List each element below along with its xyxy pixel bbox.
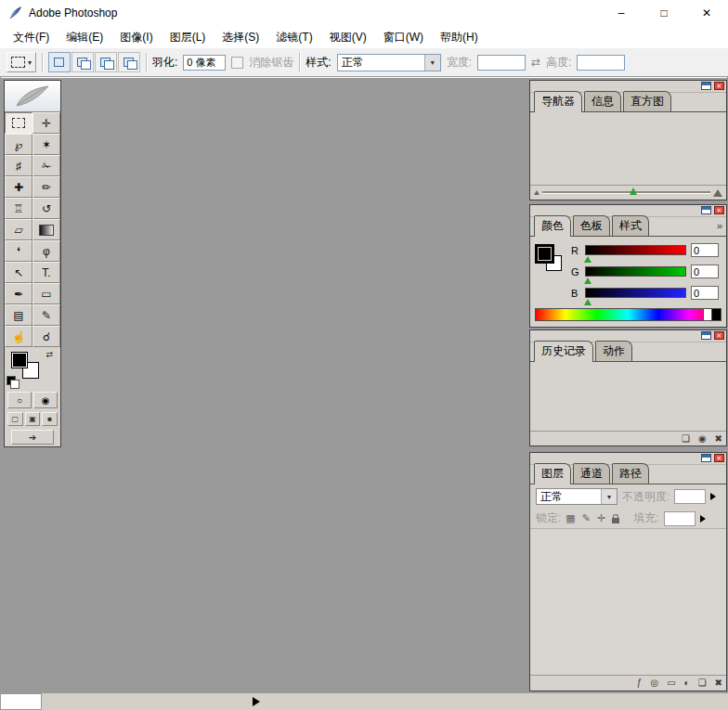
tool-notes[interactable]: ▤: [5, 304, 32, 326]
opacity-popup-icon[interactable]: [710, 493, 716, 500]
tool-healing-brush[interactable]: ✚: [5, 176, 32, 198]
green-slider-thumb[interactable]: [584, 278, 592, 284]
swap-colors-icon[interactable]: ⇄: [46, 350, 53, 359]
tool-path-selection[interactable]: ↖: [5, 262, 32, 283]
statusbar-arrow-icon[interactable]: [253, 697, 260, 706]
new-selection-button[interactable]: [48, 52, 71, 72]
zoom-in-icon[interactable]: [713, 189, 722, 197]
close-button[interactable]: ✕: [685, 0, 728, 26]
swap-dimensions-icon[interactable]: ⇄: [531, 56, 540, 69]
standard-screen-button[interactable]: ▢: [7, 412, 23, 426]
opacity-field[interactable]: [674, 489, 706, 504]
layer-style-icon[interactable]: ƒ: [637, 678, 643, 688]
new-document-from-state-icon[interactable]: ❏: [682, 434, 690, 444]
red-value-input[interactable]: [691, 243, 719, 257]
foreground-color-swatch[interactable]: [537, 246, 552, 262]
blue-value-input[interactable]: [691, 286, 719, 300]
green-slider[interactable]: [585, 266, 686, 277]
fill-field[interactable]: [664, 511, 696, 526]
red-slider[interactable]: [585, 245, 686, 255]
tab-styles[interactable]: 样式: [612, 215, 649, 236]
tool-magic-wand[interactable]: ✶: [32, 134, 60, 155]
trash-icon[interactable]: ✖: [715, 678, 722, 688]
new-layer-icon[interactable]: ❏: [698, 678, 707, 688]
fullscreen-button[interactable]: ■: [42, 412, 58, 426]
panel-close-icon[interactable]: ✕: [714, 206, 724, 214]
zoom-slider-thumb[interactable]: [630, 187, 637, 195]
tool-hand[interactable]: ☝: [5, 326, 32, 347]
subtract-selection-button[interactable]: [95, 52, 117, 72]
tool-blur[interactable]: ❛: [5, 240, 32, 262]
intersect-selection-button[interactable]: [118, 52, 140, 72]
standard-mode-button[interactable]: ○: [7, 392, 32, 408]
antialias-checkbox[interactable]: [231, 57, 243, 69]
height-input[interactable]: [577, 55, 625, 71]
jump-to-imageready-button[interactable]: ➔: [11, 430, 54, 445]
tool-slice[interactable]: ✁: [32, 155, 60, 176]
quick-mask-mode-button[interactable]: ◉: [33, 392, 58, 408]
lock-transparency-icon[interactable]: ▦: [566, 512, 575, 524]
tab-swatches[interactable]: 色板: [573, 215, 610, 236]
menu-image[interactable]: 图像(I): [111, 26, 161, 48]
new-group-icon[interactable]: ▭: [667, 678, 675, 688]
trash-icon[interactable]: ✖: [715, 434, 722, 444]
statusbar-zoom-field[interactable]: [0, 693, 42, 710]
minimize-button[interactable]: –: [600, 0, 643, 26]
layer-mask-icon[interactable]: ◎: [650, 678, 658, 688]
tool-lasso[interactable]: ℘: [5, 134, 32, 155]
lock-pixels-icon[interactable]: ✎: [582, 512, 591, 524]
menu-help[interactable]: 帮助(H): [432, 26, 487, 48]
lock-all-icon[interactable]: [612, 518, 619, 523]
menu-select[interactable]: 选择(S): [214, 26, 267, 48]
tab-navigator[interactable]: 导航器: [534, 91, 582, 112]
tool-pen[interactable]: ✒: [5, 283, 32, 304]
style-dropdown[interactable]: 正常 ▾: [337, 54, 441, 71]
tab-history[interactable]: 历史记录: [534, 341, 593, 362]
tool-gradient[interactable]: [32, 219, 60, 240]
blue-slider-thumb[interactable]: [584, 299, 592, 305]
panel-minimize-icon[interactable]: [701, 454, 711, 462]
panel-minimize-icon[interactable]: [701, 331, 711, 340]
tab-channels[interactable]: 通道: [573, 463, 610, 484]
add-selection-button[interactable]: [72, 52, 94, 72]
menu-file[interactable]: 文件(F): [5, 26, 58, 48]
color-spectrum-bar[interactable]: [535, 308, 722, 321]
tab-info[interactable]: 信息: [584, 91, 621, 111]
tool-eyedropper[interactable]: ✎: [32, 304, 60, 326]
zoom-slider[interactable]: [542, 191, 710, 194]
tool-eraser[interactable]: ▱: [5, 219, 32, 240]
tool-move[interactable]: ✛: [32, 112, 60, 134]
tab-color[interactable]: 颜色: [534, 215, 571, 237]
tool-type[interactable]: T.: [32, 262, 60, 283]
tool-dodge[interactable]: φ: [32, 240, 60, 262]
panel-minimize-icon[interactable]: [701, 206, 711, 214]
black-swatch[interactable]: [711, 309, 721, 320]
feather-input[interactable]: [183, 55, 226, 71]
menu-layer[interactable]: 图层(L): [162, 26, 214, 48]
menu-view[interactable]: 视图(V): [321, 26, 375, 48]
panel-close-icon[interactable]: ✕: [714, 331, 724, 340]
tab-histogram[interactable]: 直方图: [623, 91, 671, 111]
lock-position-icon[interactable]: ✛: [597, 512, 605, 524]
fill-popup-icon[interactable]: [700, 515, 706, 523]
tool-clone-stamp[interactable]: ♖: [5, 198, 32, 219]
tool-history-brush[interactable]: ↺: [32, 198, 60, 219]
tab-paths[interactable]: 路径: [612, 463, 649, 484]
tab-actions[interactable]: 动作: [595, 341, 632, 361]
green-value-input[interactable]: [691, 265, 719, 278]
panel-close-icon[interactable]: ✕: [714, 82, 724, 90]
menu-filter[interactable]: 滤镜(T): [267, 26, 320, 48]
default-colors-icon[interactable]: [6, 376, 20, 387]
tool-zoom[interactable]: ☌: [32, 326, 60, 347]
tool-rectangular-marquee[interactable]: [5, 112, 32, 134]
panel-close-icon[interactable]: ✕: [714, 454, 724, 462]
new-snapshot-icon[interactable]: ◉: [698, 434, 707, 444]
foreground-color-swatch[interactable]: [11, 352, 28, 368]
tool-preset-button[interactable]: ▾: [6, 52, 36, 72]
zoom-out-icon[interactable]: [534, 190, 540, 195]
tool-shape[interactable]: ▭: [32, 283, 60, 304]
red-slider-thumb[interactable]: [584, 256, 592, 263]
panel-minimize-icon[interactable]: [701, 82, 711, 90]
blue-slider[interactable]: [585, 288, 686, 298]
adjustment-layer-icon[interactable]: ◐: [684, 678, 690, 688]
